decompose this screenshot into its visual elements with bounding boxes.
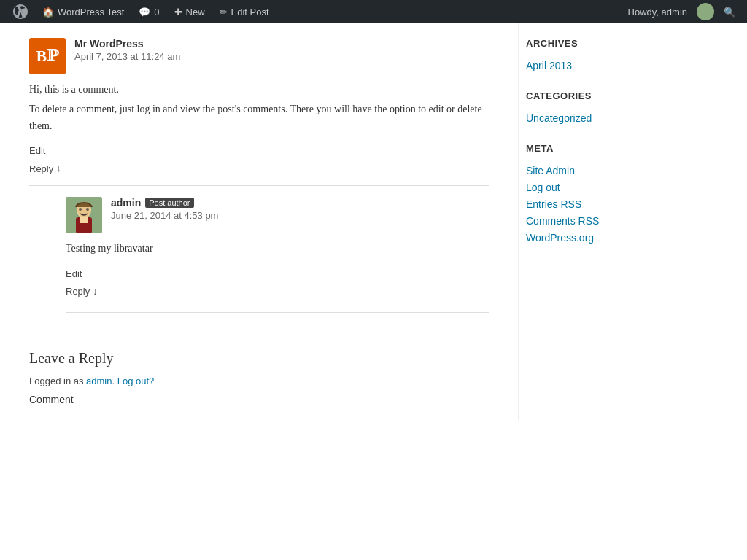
reply-arrow-icon: ↓ <box>56 163 61 174</box>
nested-reply-link[interactable]: Reply <box>66 286 90 297</box>
list-item: Comments RSS <box>526 215 708 228</box>
comment-divider-1 <box>29 185 489 186</box>
meta-list: Site Admin Log out Entries RSS Comments … <box>526 165 708 244</box>
howdy-text: Howdy, admin <box>622 7 693 18</box>
nested-comment-date: June 21, 2014 at 4:53 pm <box>111 210 218 221</box>
comment-line1: Hi, this is a comment. <box>29 82 489 98</box>
list-item: Entries RSS <box>526 198 708 211</box>
comments-icon: 💬 <box>139 7 150 18</box>
list-item: Site Admin <box>526 165 708 177</box>
new-label: New <box>186 7 205 18</box>
meta-entries-rss[interactable]: Entries RSS <box>526 198 581 210</box>
meta-wordpress-org[interactable]: WordPress.org <box>526 232 594 244</box>
comment-reply-row: Reply ↓ <box>29 163 489 174</box>
list-item: WordPress.org <box>526 232 708 244</box>
svg-rect-4 <box>80 217 88 223</box>
nested-reply-arrow-icon: ↓ <box>93 286 98 298</box>
list-item: Uncategorized <box>526 112 708 125</box>
comments-count: 0 <box>154 7 159 18</box>
meta-heading: META <box>526 143 708 154</box>
comment-label: Comment <box>29 394 489 405</box>
admin-bar: 🏠 WordPress Test 💬 0 ✚ New ✏ Edit Post H… <box>0 0 747 23</box>
logged-in-user-link[interactable]: admin <box>86 376 112 386</box>
nested-reply-row: Reply ↓ <box>66 286 489 298</box>
comment-line2: To delete a comment, just log in and vie… <box>29 101 489 134</box>
svg-point-6 <box>86 208 89 211</box>
comments-button[interactable]: 💬 0 <box>131 0 166 23</box>
wp-logo-button[interactable] <box>6 0 35 23</box>
home-icon: 🏠 <box>42 7 54 18</box>
meta-site-admin[interactable]: Site Admin <box>526 165 575 176</box>
list-item: April 2013 <box>526 60 708 72</box>
site-name-label: WordPress Test <box>58 7 124 18</box>
archives-april-2013[interactable]: April 2013 <box>526 60 572 71</box>
logged-in-prefix: Logged in as <box>29 376 83 386</box>
edit-icon: ✏ <box>220 7 228 18</box>
leave-reply-heading: Leave a Reply <box>29 350 489 367</box>
categories-section: CATEGORIES Uncategorized <box>526 90 708 125</box>
leave-reply-section: Leave a Reply Logged in as admin. Log ou… <box>29 335 489 405</box>
nested-comment: admin Post author June 21, 2014 at 4:53 … <box>66 197 489 297</box>
meta-section: META Site Admin Log out Entries RSS Comm… <box>526 143 708 244</box>
category-uncategorized[interactable]: Uncategorized <box>526 112 592 124</box>
categories-heading: CATEGORIES <box>526 90 708 101</box>
search-icon[interactable]: 🔍 <box>718 7 741 18</box>
comment-text: Hi, this is a comment. To delete a comme… <box>29 82 489 134</box>
comment-date: April 7, 2013 at 11:24 am <box>74 51 180 62</box>
new-content-button[interactable]: ✚ New <box>167 0 212 23</box>
meta-comments-rss[interactable]: Comments RSS <box>526 215 599 227</box>
meta-log-out[interactable]: Log out <box>526 182 560 193</box>
avatar-mr-wordpress: Bℙ <box>29 38 66 74</box>
logged-in-as: Logged in as admin. Log out? <box>29 376 489 386</box>
avatar-admin <box>66 197 102 233</box>
nested-author-name: admin <box>111 197 141 209</box>
logout-link[interactable]: Log out? <box>117 376 155 386</box>
list-item: Log out <box>526 182 708 194</box>
nested-comment-text: Testing my libravatar <box>66 241 489 257</box>
categories-list: Uncategorized <box>526 112 708 125</box>
main-content: Bℙ Mr WordPress April 7, 2013 at 11:24 a… <box>0 23 511 420</box>
site-name-button[interactable]: 🏠 WordPress Test <box>35 0 131 23</box>
wp-logo-icon <box>13 4 28 19</box>
admin-avatar-small <box>697 3 714 20</box>
comment-edit-action: Edit <box>29 145 489 157</box>
nested-comment-body: Testing my libravatar <box>66 241 489 257</box>
edit-post-button[interactable]: ✏ Edit Post <box>212 0 276 23</box>
comment-divider-2 <box>66 312 489 313</box>
add-icon: ✚ <box>174 7 182 18</box>
archives-section: ARCHIVES April 2013 <box>526 38 708 72</box>
nested-edit-link[interactable]: Edit <box>66 268 82 279</box>
comment-1: Bℙ Mr WordPress April 7, 2013 at 11:24 a… <box>29 38 489 174</box>
comment-author-name: Mr WordPress <box>74 38 180 50</box>
page-wrapper: Bℙ Mr WordPress April 7, 2013 at 11:24 a… <box>0 23 747 420</box>
nested-edit-action: Edit <box>66 268 489 280</box>
post-author-badge: Post author <box>145 198 193 208</box>
archives-list: April 2013 <box>526 60 708 72</box>
comment-reply-link[interactable]: Reply <box>29 163 53 174</box>
archives-heading: ARCHIVES <box>526 38 708 49</box>
svg-point-5 <box>79 208 82 211</box>
comment-edit-link[interactable]: Edit <box>29 145 45 156</box>
edit-post-label: Edit Post <box>231 7 269 18</box>
sidebar: ARCHIVES April 2013 CATEGORIES Uncategor… <box>518 23 722 420</box>
